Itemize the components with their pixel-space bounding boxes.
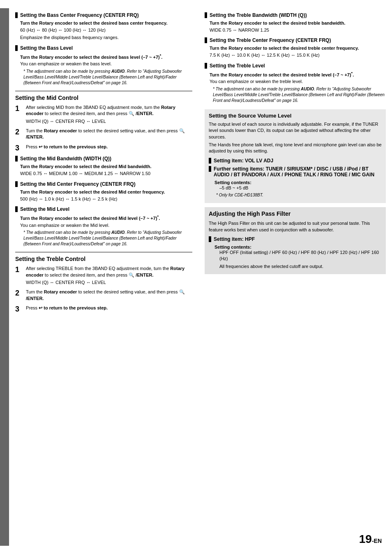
mid-bandwidth-heading: Setting the Mid Bandwidth (WIDTH (Q)): [15, 156, 192, 162]
mid-level-section: Setting the Mid Level Turn the Rotary en…: [15, 206, 192, 247]
black-bar-icon: [15, 156, 18, 162]
mid-control-heading: Setting the Mid Control: [15, 95, 192, 101]
black-bar-icon: [209, 236, 211, 242]
treble-level-heading: Setting the Treble Level: [205, 63, 386, 69]
treble-bandwidth-values: WIDE 0.75 ↔ NARROW 1.25: [205, 27, 386, 33]
source-volume-section: Setting the Source Volume Level The outp…: [205, 109, 386, 203]
mid-step-2: 2 Turn the Rotary encoder to select the …: [15, 128, 192, 141]
hpf-contents-label: Setting contents:: [214, 245, 382, 249]
mid-level-note1: You can emphasize or weaken the Mid leve…: [15, 222, 192, 229]
mid-bandwidth-instruction: Turn the Rotary encoder to select the de…: [15, 164, 192, 169]
treble-bandwidth-instruction: Turn the Rotary encoder to select the de…: [205, 21, 386, 25]
black-bar-icon: [205, 37, 207, 43]
source-volume-footnote: * Only for CDE-HD138BT.: [214, 192, 382, 198]
black-bar-icon: [209, 158, 211, 164]
mid-center-freq-instruction: Turn the Rotary encoder to select the de…: [15, 189, 192, 194]
black-bar-icon: [15, 206, 18, 212]
treble-bandwidth-section: Setting the Treble Bandwidth (WIDTH (Q))…: [205, 12, 386, 33]
bass-level-section: Setting the Bass Level Turn the Rotary e…: [15, 45, 192, 86]
setting-contents-label: Setting contents:: [214, 180, 382, 185]
mid-level-heading: Setting the Mid Level: [15, 206, 192, 212]
hpf-heading: Adjusting the High Pass Filter: [209, 210, 382, 217]
bass-center-freq-note: Emphasize the displayed bass frequency r…: [15, 35, 192, 41]
bass-center-freq-values: 60 (Hz) ↔ 80 (Hz) ↔ 100 (Hz) ↔ 120 (Hz): [15, 27, 192, 33]
black-bar-icon: [209, 166, 211, 172]
setting-contents-value: –5 dB ~ +5 dB: [214, 185, 382, 191]
page: Setting the Bass Center Frequency (CENTE…: [0, 0, 392, 554]
treble-step-3: 3 Press ↩ to return to the previous step…: [15, 305, 192, 314]
bass-level-heading: Setting the Bass Level: [15, 45, 192, 51]
treble-bandwidth-heading: Setting the Treble Bandwidth (WIDTH (Q)): [205, 12, 386, 18]
treble-step-1: 1 After selecting TREBLE from the 3BAND …: [15, 265, 192, 286]
bass-center-freq-instruction: Turn the Rotary encoder to select the de…: [15, 21, 192, 25]
bass-center-freq-heading: Setting the Bass Center Frequency (CENTE…: [15, 12, 192, 18]
main-content: Setting the Bass Center Frequency (CENTE…: [9, 8, 392, 546]
treble-level-section: Setting the Treble Level Turn the Rotary…: [205, 63, 386, 104]
treble-step-2: 2 Turn the Rotary encoder to select the …: [15, 289, 192, 302]
treble-level-note2: * The adjustment can also be made by pre…: [205, 86, 386, 104]
hpf-note: All frequencies above the selected cutof…: [214, 263, 382, 270]
left-column: Setting the Bass Center Frequency (CENTE…: [15, 12, 201, 542]
mid-step-1: 1 After selecting MID from the 3BAND EQ …: [15, 104, 192, 125]
mid-bandwidth-section: Setting the Mid Bandwidth (WIDTH (Q)) Tu…: [15, 156, 192, 177]
sidebar: [0, 8, 9, 546]
high-pass-filter-section: Adjusting the High Pass Filter The High …: [205, 207, 386, 274]
mid-center-freq-section: Setting the Mid Center Frequency (CENTER…: [15, 181, 192, 202]
treble-center-freq-instruction: Turn the Rotary encoder to select the de…: [205, 46, 386, 51]
source-volume-intro1: The output level of each source is indiv…: [209, 121, 382, 140]
mid-level-instruction: Turn the Rotary encoder to select the de…: [15, 215, 192, 221]
hpf-contents-value: HPF OFF (Initial setting) / HPF 60 (Hz) …: [214, 249, 382, 262]
black-bar-icon: [205, 12, 207, 18]
bass-center-freq-section: Setting the Bass Center Frequency (CENTE…: [15, 12, 192, 41]
hpf-intro: The High Pass Filter on this unit can be…: [209, 220, 382, 233]
treble-center-freq-section: Setting the Treble Center Frequency (CEN…: [205, 37, 386, 58]
mid-center-freq-values: 500 (Hz) ↔ 1.0 k (Hz) ↔ 1.5 k (Hz) ↔ 2.5…: [15, 196, 192, 202]
hpf-setting-item: Setting item: HPF Setting contents: HPF …: [209, 236, 382, 270]
right-column: Setting the Treble Bandwidth (WIDTH (Q))…: [201, 12, 386, 542]
page-number: 19-EN: [359, 533, 382, 546]
source-volume-setting-item: Setting item: VOL LV ADJ: [209, 158, 382, 164]
mid-center-freq-heading: Setting the Mid Center Frequency (CENTER…: [15, 181, 192, 187]
bass-level-note2: * The adjustment can also be made by pre…: [15, 69, 192, 86]
black-bar-icon: [15, 181, 18, 187]
mid-divider: [15, 91, 192, 91]
mid-step-3: 3 Press ↩ to return to the previous step…: [15, 144, 192, 153]
treble-control-heading: Setting the Treble Control: [15, 256, 192, 262]
black-bar-icon: [15, 12, 18, 18]
source-volume-further-items: Further setting items: TUNER / SIRIUSXM*…: [209, 166, 382, 198]
bass-level-note1: You can emphasize or weaken the bass lev…: [15, 61, 192, 67]
treble-center-freq-values: 7.5 K (Hz) ↔ 10.0 K (Hz) ↔ 12.5 K (Hz) ↔…: [205, 52, 386, 58]
black-bar-icon: [205, 63, 207, 69]
bass-level-instruction: Turn the Rotary encoder to select the de…: [15, 53, 192, 60]
treble-level-instruction: Turn the Rotary encoder to select the de…: [205, 71, 386, 77]
mid-level-note2: * The adjustment can also be made by pre…: [15, 230, 192, 247]
source-volume-intro2: The Hands free phone talk level, ring to…: [209, 142, 382, 155]
source-volume-heading: Setting the Source Volume Level: [209, 113, 382, 119]
mid-bandwidth-values: WIDE 0.75 ↔ MEDIUM 1.00 ↔ MEDIUM 1.25 ↔ …: [15, 171, 192, 177]
treble-level-note1: You can emphasize or weaken the treble l…: [205, 78, 386, 85]
treble-center-freq-heading: Setting the Treble Center Frequency (CEN…: [205, 37, 386, 43]
treble-divider: [15, 252, 192, 252]
black-bar-icon: [15, 45, 18, 51]
